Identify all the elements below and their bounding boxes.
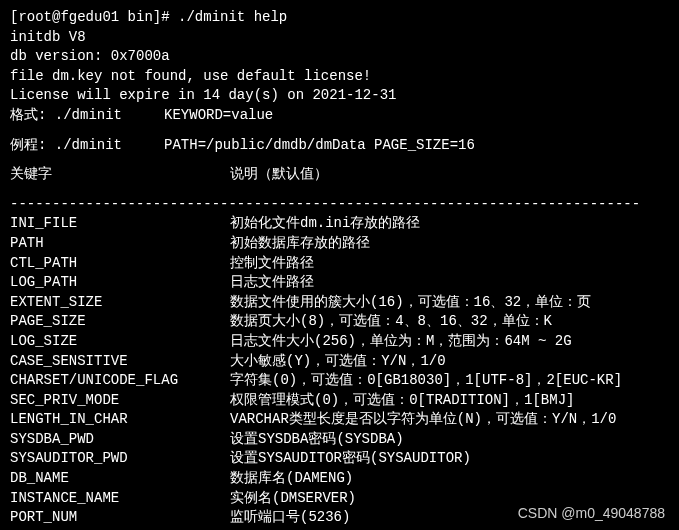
param-desc: 设置SYSAUDITOR密码(SYSAUDITOR) <box>230 449 669 469</box>
param-key: CASE_SENSITIVE <box>10 352 230 372</box>
param-row: SEC_PRIV_MODE权限管理模式(0)，可选值：0[TRADITION]，… <box>10 391 669 411</box>
param-key: PATH <box>10 234 230 254</box>
param-row: CASE_SENSITIVE大小敏感(Y)，可选值：Y/N，1/0 <box>10 352 669 372</box>
param-desc: 数据库名(DAMENG) <box>230 469 669 489</box>
param-row: LOG_SIZE日志文件大小(256)，单位为：M，范围为：64M ~ 2G <box>10 332 669 352</box>
param-row: LENGTH_IN_CHARVARCHAR类型长度是否以字符为单位(N)，可选值… <box>10 410 669 430</box>
param-desc: 大小敏感(Y)，可选值：Y/N，1/0 <box>230 352 669 372</box>
param-desc: 设置SYSDBA密码(SYSDBA) <box>230 430 669 450</box>
param-row: INI_FILE初始化文件dm.ini存放的路径 <box>10 214 669 234</box>
param-key: PORT_NUM <box>10 508 230 528</box>
output-line: License will expire in 14 day(s) on 2021… <box>10 86 669 106</box>
param-desc: 初始化文件dm.ini存放的路径 <box>230 214 669 234</box>
param-row: LOG_PATH日志文件路径 <box>10 273 669 293</box>
output-line: file dm.key not found, use default licen… <box>10 67 669 87</box>
param-desc: 初始数据库存放的路径 <box>230 234 669 254</box>
param-key: EXTENT_SIZE <box>10 293 230 313</box>
param-desc: 字符集(0)，可选值：0[GB18030]，1[UTF-8]，2[EUC-KR] <box>230 371 669 391</box>
param-key: CTL_PATH <box>10 254 230 274</box>
param-key: LOG_SIZE <box>10 332 230 352</box>
param-key: PAGE_SIZE <box>10 312 230 332</box>
table-header: 关键字 说明（默认值） <box>10 165 669 185</box>
param-row: EXTENT_SIZE数据文件使用的簇大小(16)，可选值：16、32，单位：页 <box>10 293 669 313</box>
param-row: SYSDBA_PWD设置SYSDBA密码(SYSDBA) <box>10 430 669 450</box>
example-line: 例程: ./dminit PATH=/public/dmdb/dmData PA… <box>10 136 669 156</box>
param-desc: 日志文件路径 <box>230 273 669 293</box>
header-key: 关键字 <box>10 165 230 185</box>
param-row: CTL_PATH控制文件路径 <box>10 254 669 274</box>
param-desc: 权限管理模式(0)，可选值：0[TRADITION]，1[BMJ] <box>230 391 669 411</box>
shell-prompt: [root@fgedu01 bin]# ./dminit help <box>10 8 669 28</box>
param-key: SYSDBA_PWD <box>10 430 230 450</box>
param-key: DB_NAME <box>10 469 230 489</box>
param-desc: 日志文件大小(256)，单位为：M，范围为：64M ~ 2G <box>230 332 669 352</box>
param-row: DB_NAME数据库名(DAMENG) <box>10 469 669 489</box>
header-desc: 说明（默认值） <box>230 165 669 185</box>
param-row: PAGE_SIZE数据页大小(8)，可选值：4、8、16、32，单位：K <box>10 312 669 332</box>
param-desc: 数据文件使用的簇大小(16)，可选值：16、32，单位：页 <box>230 293 669 313</box>
param-desc: 数据页大小(8)，可选值：4、8、16、32，单位：K <box>230 312 669 332</box>
param-key: SYSAUDITOR_PWD <box>10 449 230 469</box>
param-key: SEC_PRIV_MODE <box>10 391 230 411</box>
param-desc: VARCHAR类型长度是否以字符为单位(N)，可选值：Y/N，1/0 <box>230 410 669 430</box>
param-key: CHARSET/UNICODE_FLAG <box>10 371 230 391</box>
divider: ----------------------------------------… <box>10 195 669 215</box>
param-row: PATH初始数据库存放的路径 <box>10 234 669 254</box>
param-key: INSTANCE_NAME <box>10 489 230 509</box>
param-desc: 控制文件路径 <box>230 254 669 274</box>
output-line: initdb V8 <box>10 28 669 48</box>
watermark: CSDN @m0_49048788 <box>518 504 665 524</box>
param-key: LOG_PATH <box>10 273 230 293</box>
param-key: INI_FILE <box>10 214 230 234</box>
param-row: CHARSET/UNICODE_FLAG字符集(0)，可选值：0[GB18030… <box>10 371 669 391</box>
param-row: SYSAUDITOR_PWD设置SYSAUDITOR密码(SYSAUDITOR) <box>10 449 669 469</box>
output-line: db version: 0x7000a <box>10 47 669 67</box>
param-key: LENGTH_IN_CHAR <box>10 410 230 430</box>
format-line: 格式: ./dminit KEYWORD=value <box>10 106 669 126</box>
